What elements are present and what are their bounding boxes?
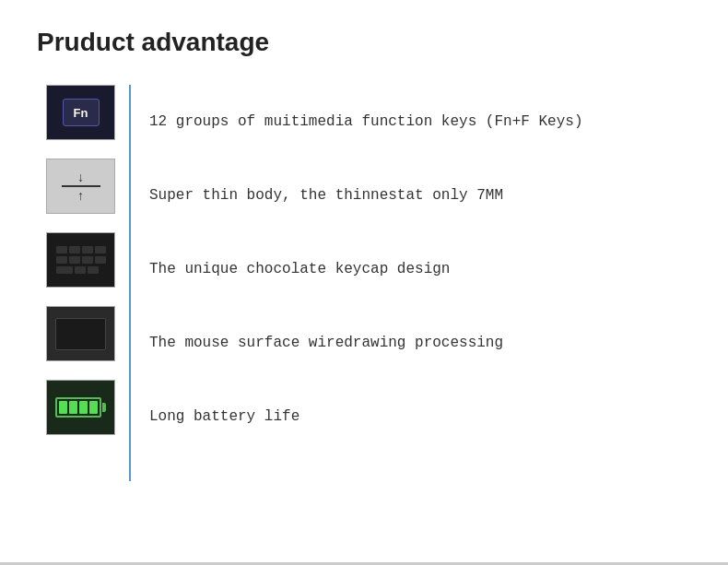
arrow-up-icon: ↑ [77, 189, 84, 202]
kb-key [82, 256, 93, 264]
keyboard-icon [53, 242, 110, 277]
icons-column: Fn ↓ ↑ [46, 85, 115, 453]
feature-desc-mouse-surface: The mouse surface wiredrawing processing [149, 306, 582, 380]
descriptions-column: 12 groups of muitimedia function keys (F… [149, 85, 582, 453]
battery-segment-1 [59, 401, 67, 414]
feature-icon-thin-body: ↓ ↑ [46, 159, 115, 214]
kb-key [82, 246, 93, 253]
desc-text-battery: Long battery life [149, 406, 299, 427]
kb-key [75, 266, 86, 274]
battery-segment-4 [89, 401, 98, 414]
kb-key [95, 256, 106, 264]
kb-key [56, 246, 67, 253]
thin-arrows-icon: ↓ ↑ [62, 171, 100, 202]
page-title: Pruduct advantage [37, 28, 691, 57]
kb-key-wide [56, 266, 73, 274]
desc-text-multimedia: 12 groups of muitimedia function keys (F… [149, 112, 582, 132]
battery-body [55, 397, 101, 418]
feature-desc-multimedia: 12 groups of muitimedia function keys (F… [149, 85, 582, 159]
keyboard-row-2 [56, 256, 106, 264]
arrow-line-icon [62, 185, 100, 187]
kb-key [95, 246, 106, 253]
fn-key-icon: Fn [63, 99, 100, 126]
vertical-divider [129, 85, 131, 481]
battery-segment-3 [79, 401, 88, 414]
page-container: Pruduct advantage Fn ↓ ↑ [0, 0, 728, 565]
battery-tip [102, 403, 106, 412]
feature-icon-keycap [46, 232, 115, 288]
desc-text-keycap: The unique chocolate keycap design [149, 259, 450, 279]
arrow-down-icon: ↓ [77, 171, 84, 183]
content-area: Fn ↓ ↑ [46, 85, 691, 481]
battery-icon [55, 397, 106, 418]
feature-desc-keycap: The unique chocolate keycap design [149, 232, 582, 306]
feature-icon-mouse-surface [46, 306, 115, 361]
battery-segment-2 [69, 401, 77, 414]
kb-key [69, 256, 80, 264]
feature-desc-thin-body: Super thin body, the thinnestat only 7MM [149, 159, 582, 232]
feature-desc-battery: Long battery life [149, 380, 582, 453]
kb-key [56, 256, 67, 264]
keyboard-row-1 [56, 246, 106, 253]
keyboard-row-3 [56, 266, 106, 274]
desc-text-thin-body: Super thin body, the thinnestat only 7MM [149, 185, 503, 206]
kb-key [88, 266, 99, 274]
mouse-pad-icon [55, 318, 106, 350]
feature-icon-battery [46, 380, 115, 435]
desc-text-mouse-surface: The mouse surface wiredrawing processing [149, 333, 503, 353]
kb-key [69, 246, 80, 253]
feature-icon-multimedia: Fn [46, 85, 115, 140]
